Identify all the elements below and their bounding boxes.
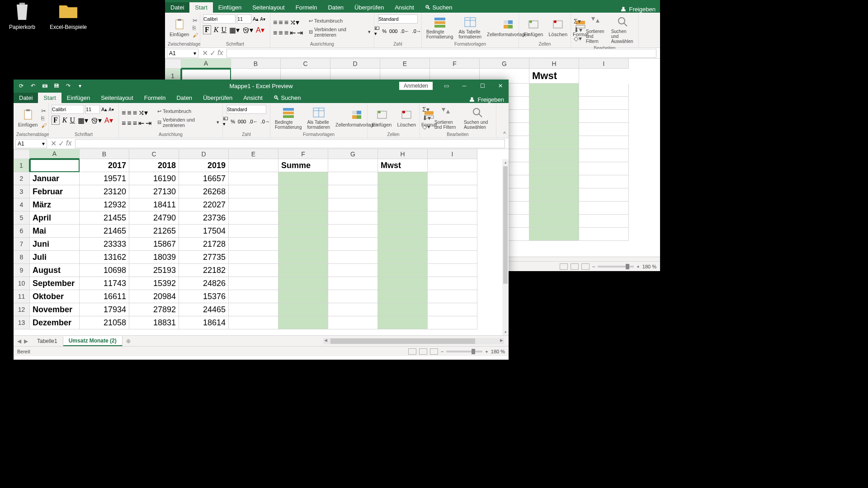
align-l-icon[interactable]: ≡: [273, 29, 277, 37]
back-view-layout-icon[interactable]: [571, 263, 579, 270]
back-tab-einfuegen[interactable]: Einfügen: [213, 2, 247, 13]
cell-E4[interactable]: [229, 198, 278, 211]
align-tl-icon[interactable]: ≡: [273, 19, 277, 27]
tab-ueberpruefen[interactable]: Überprüfen: [198, 93, 238, 103]
camera-icon[interactable]: 📷︎: [42, 83, 48, 89]
cell-F4[interactable]: [278, 198, 328, 211]
back-tab-ansicht[interactable]: Ansicht: [389, 2, 420, 13]
cell-B5[interactable]: 21455: [80, 211, 129, 225]
zoom-in-icon[interactable]: +: [485, 349, 488, 354]
underline-button[interactable]: U: [221, 26, 226, 34]
back-formula-input[interactable]: [226, 49, 656, 58]
row-10[interactable]: 10: [14, 277, 30, 290]
zoom-out-icon[interactable]: −: [441, 349, 443, 354]
currency-icon[interactable]: 💷︎▾: [374, 25, 379, 37]
tab-datei[interactable]: Datei: [14, 93, 38, 103]
cell-G3[interactable]: [328, 185, 378, 198]
thousands-icon[interactable]: 000: [389, 28, 397, 34]
align-c-icon[interactable]: ≡: [127, 119, 131, 127]
redo-icon[interactable]: ↷: [65, 83, 71, 89]
cell-H9[interactable]: [378, 264, 428, 277]
delete-cells-button[interactable]: Löschen: [547, 17, 569, 38]
col-H[interactable]: H: [378, 149, 428, 159]
cell-A3[interactable]: Februar: [30, 185, 80, 198]
cell-D6[interactable]: 17504: [179, 225, 229, 238]
cell-I1[interactable]: [428, 159, 477, 172]
cell-F5[interactable]: [278, 211, 328, 225]
back-select-all[interactable]: [165, 59, 181, 69]
cell-I10[interactable]: [428, 277, 477, 290]
back-cell-H9[interactable]: [529, 175, 579, 188]
back-col-D[interactable]: D: [330, 59, 380, 69]
view-break-icon[interactable]: [430, 348, 438, 355]
tab-ansicht[interactable]: Ansicht: [238, 93, 268, 103]
view-layout-icon[interactable]: [419, 348, 427, 355]
cell-D7[interactable]: 21728: [179, 238, 229, 251]
row-1[interactable]: 1: [14, 159, 30, 172]
paste-button[interactable]: Einfügen: [16, 108, 39, 128]
collapse-ribbon-icon[interactable]: ^: [503, 131, 506, 137]
cell-E8[interactable]: [229, 251, 278, 264]
cell-F3[interactable]: [278, 185, 328, 198]
decimal-inc-icon[interactable]: .0←: [249, 119, 258, 124]
col-D[interactable]: D: [179, 149, 229, 159]
back-cell-H11[interactable]: [529, 202, 579, 215]
row-9[interactable]: 9: [14, 264, 30, 277]
autosave-icon[interactable]: ⟳: [18, 83, 24, 89]
cell-E9[interactable]: [229, 264, 278, 277]
increase-font-icon[interactable]: A▴: [101, 107, 107, 113]
cell-F2[interactable]: [278, 172, 328, 185]
align-r-icon[interactable]: ≡: [284, 29, 288, 37]
cell-E1[interactable]: [229, 159, 278, 172]
col-F[interactable]: F: [278, 149, 328, 159]
cell-F1[interactable]: Summe: [278, 159, 328, 172]
cell-I8[interactable]: [428, 251, 477, 264]
autosum-icon[interactable]: Σ▾: [574, 18, 582, 25]
cell-D1[interactable]: 2019: [179, 159, 229, 172]
back-tab-datei[interactable]: Datei: [165, 2, 189, 13]
cell-A1[interactable]: [30, 159, 80, 172]
cell-B7[interactable]: 23333: [80, 238, 129, 251]
cell-G9[interactable]: [328, 264, 378, 277]
save-icon[interactable]: 💾︎: [53, 83, 60, 89]
bold-button[interactable]: F: [203, 25, 211, 34]
cell-B8[interactable]: 13162: [80, 251, 129, 264]
back-zoom-in-icon[interactable]: +: [637, 264, 639, 269]
cut-icon[interactable]: ✂︎: [41, 108, 47, 114]
currency-icon[interactable]: 💷︎▾: [223, 116, 228, 127]
row-12[interactable]: 12: [14, 303, 30, 316]
cell-F7[interactable]: [278, 238, 328, 251]
sheet-prev-icon[interactable]: ◀: [17, 338, 21, 344]
row-13[interactable]: 13: [14, 316, 30, 329]
indent-inc-icon[interactable]: ⇥: [146, 119, 151, 127]
back-col-C[interactable]: C: [281, 59, 330, 69]
row-5[interactable]: 5: [14, 211, 30, 225]
decimal-dec-icon[interactable]: .0→: [261, 119, 270, 124]
find-select-button[interactable]: Suchen und Auswählen: [462, 105, 493, 131]
cell-B2[interactable]: 19571: [80, 172, 129, 185]
cell-G4[interactable]: [328, 198, 378, 211]
cell-C5[interactable]: 24790: [129, 211, 179, 225]
cell-H10[interactable]: [378, 277, 428, 290]
cell-H5[interactable]: [378, 211, 428, 225]
zoom-slider[interactable]: [446, 351, 482, 352]
cell-I2[interactable]: [428, 172, 477, 185]
cell-A8[interactable]: Juli: [30, 251, 80, 264]
back-name-box[interactable]: A1▾: [167, 49, 198, 58]
cell-F11[interactable]: [278, 290, 328, 303]
cell-D13[interactable]: 18614: [179, 316, 229, 329]
col-G[interactable]: G: [328, 149, 378, 159]
number-format-select[interactable]: [226, 105, 266, 114]
font-size-select[interactable]: [85, 105, 100, 114]
format-painter-icon[interactable]: 🖌︎: [193, 32, 198, 38]
view-normal-icon[interactable]: [408, 348, 416, 355]
indent-dec-icon[interactable]: ⇤: [290, 28, 296, 37]
find-select-button[interactable]: Suchen und Auswählen: [609, 14, 636, 45]
thousands-icon[interactable]: 000: [238, 119, 246, 124]
decrease-font-icon[interactable]: A▾: [260, 17, 265, 22]
cell-B11[interactable]: 16611: [80, 290, 129, 303]
row-4[interactable]: 4: [14, 198, 30, 211]
freigeben-button[interactable]: Freigeben: [477, 96, 504, 103]
cell-G8[interactable]: [328, 251, 378, 264]
col-B[interactable]: B: [80, 149, 129, 159]
